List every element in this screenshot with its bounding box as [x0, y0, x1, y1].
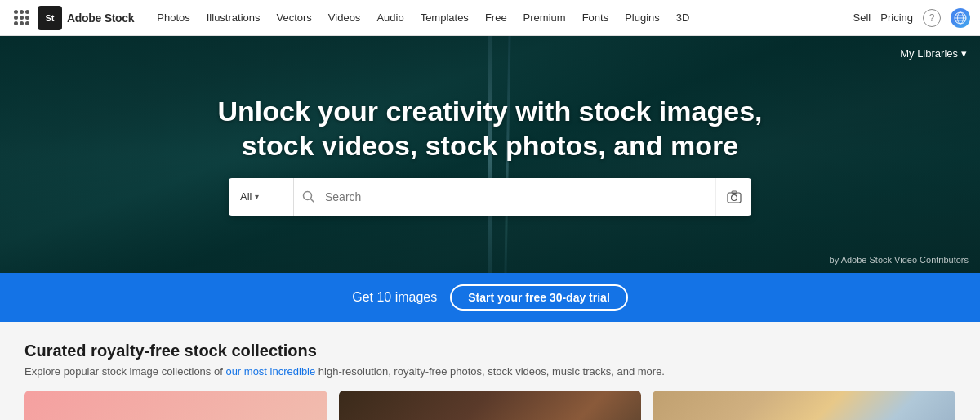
hero-attribution: by Adobe Stock Video Contributors [830, 255, 969, 265]
nav-link-3d[interactable]: 3D [670, 8, 697, 27]
nav-links: Photos Illustrations Vectors Videos Audi… [150, 8, 853, 27]
my-libraries-button[interactable]: My Libraries ▾ [900, 47, 967, 60]
collections-subtitle-text-after: high-resolution, royalty-free photos, st… [318, 365, 665, 378]
search-input[interactable] [315, 190, 715, 203]
search-camera-button[interactable] [715, 178, 751, 216]
logo-box: St [38, 6, 62, 30]
collections-subtitle-text-before: Explore popular stock image collections … [24, 365, 225, 378]
logo-text: Adobe Stock [67, 11, 134, 25]
attribution-text: by Adobe Stock Video Contributors [830, 255, 969, 265]
nav-link-plugins[interactable]: Plugins [618, 8, 666, 27]
globe-icon[interactable] [951, 8, 970, 28]
svg-point-8 [731, 194, 737, 200]
nav-right: Sell Pricing ? [853, 8, 970, 28]
collection-card-3[interactable] [653, 391, 956, 420]
logo-abbr: St [46, 13, 55, 23]
nav-link-vectors[interactable]: Vectors [270, 8, 318, 27]
collection-card-1[interactable] [24, 391, 327, 420]
nav-link-fonts[interactable]: Fonts [576, 8, 616, 27]
apps-menu-icon[interactable] [10, 7, 33, 29]
help-question-mark: ? [929, 12, 935, 24]
promo-text: Get 10 images [352, 290, 437, 305]
sell-link[interactable]: Sell [853, 11, 871, 24]
search-category-text: All [240, 190, 252, 203]
promo-cta-button[interactable]: Start your free 30-day trial [450, 284, 628, 311]
collections-section: Curated royalty-free stock collections E… [0, 322, 980, 420]
svg-line-6 [311, 199, 314, 202]
search-bar: All ▾ [229, 178, 751, 216]
pricing-link[interactable]: Pricing [880, 11, 913, 24]
help-icon[interactable]: ? [923, 9, 941, 27]
nav-link-photos[interactable]: Photos [150, 8, 196, 27]
collections-grid [24, 391, 956, 420]
search-icon [302, 190, 315, 203]
camera-icon [727, 190, 742, 203]
hero-title: Unlock your creativity with stock images… [196, 94, 784, 163]
svg-rect-9 [732, 191, 737, 194]
nav-link-free[interactable]: Free [479, 8, 514, 27]
collections-subtitle: Explore popular stock image collections … [24, 365, 956, 378]
collection-card-2[interactable] [339, 391, 642, 420]
my-libraries-label: My Libraries [900, 47, 958, 60]
collections-subtitle-link[interactable]: our most incredible [225, 365, 315, 378]
nav-link-videos[interactable]: Videos [322, 8, 368, 27]
promo-banner: Get 10 images Start your free 30-day tri… [0, 273, 980, 322]
nav-link-premium[interactable]: Premium [517, 8, 572, 27]
nav-link-templates[interactable]: Templates [414, 8, 475, 27]
search-category-chevron: ▾ [255, 192, 259, 201]
hero-content: Unlock your creativity with stock images… [180, 94, 800, 216]
navbar: St Adobe Stock Photos Illustrations Vect… [0, 0, 980, 36]
dots-grid [14, 10, 29, 25]
adobe-stock-logo[interactable]: St Adobe Stock [38, 6, 134, 30]
nav-link-audio[interactable]: Audio [370, 8, 410, 27]
globe-svg [954, 11, 967, 25]
search-category-dropdown[interactable]: All ▾ [229, 178, 294, 216]
svg-rect-7 [728, 193, 741, 203]
my-libraries-chevron: ▾ [961, 47, 967, 60]
collections-title: Curated royalty-free stock collections [24, 342, 956, 360]
nav-link-illustrations[interactable]: Illustrations [200, 8, 267, 27]
hero-section: My Libraries ▾ Unlock your creativity wi… [0, 36, 980, 273]
